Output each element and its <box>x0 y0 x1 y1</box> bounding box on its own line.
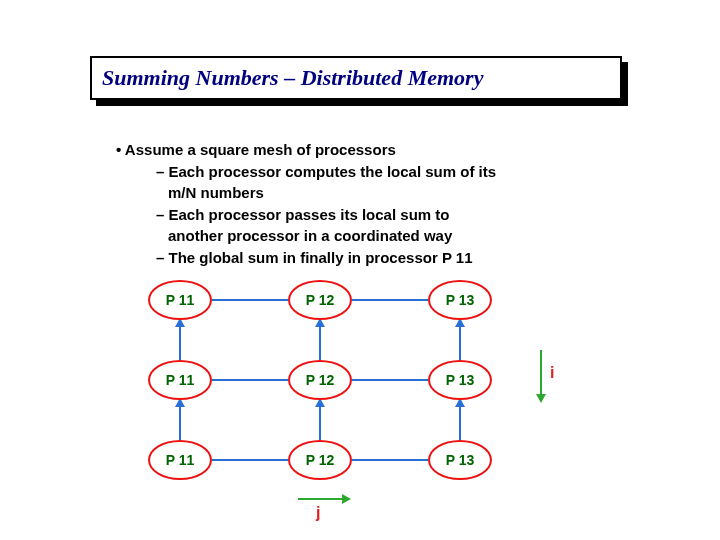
mesh-node: P 11 <box>148 360 212 400</box>
mesh-node: P 12 <box>288 360 352 400</box>
slide: Summing Numbers – Distributed Memory • A… <box>0 0 720 540</box>
mesh-edge-h <box>352 299 428 301</box>
mesh-edge-v <box>179 326 181 360</box>
mesh-edge-v <box>459 326 461 360</box>
bullet-level2: – The global sum in finally in processor… <box>156 248 636 268</box>
bullet-level1: • Assume a square mesh of processors <box>116 140 636 160</box>
node-label: P 13 <box>446 372 475 388</box>
bullet-level2-cont: m/N numbers <box>168 183 636 203</box>
mesh-diagram: P 11 P 12 P 13 P 11 P 12 P 13 P 11 P 12 … <box>148 280 588 530</box>
node-label: P 12 <box>306 292 335 308</box>
mesh-edge-v <box>459 406 461 440</box>
axis-i-label: i <box>550 364 554 382</box>
mesh-node: P 13 <box>428 360 492 400</box>
mesh-edge-h <box>212 379 288 381</box>
mesh-edge-v <box>319 326 321 360</box>
node-label: P 11 <box>166 292 195 308</box>
mesh-node: P 11 <box>148 440 212 480</box>
mesh-edge-h <box>352 459 428 461</box>
bullet-level2-cont: another processor in a coordinated way <box>168 226 636 246</box>
node-label: P 13 <box>446 452 475 468</box>
axis-i-line <box>540 350 542 394</box>
mesh-node: P 11 <box>148 280 212 320</box>
mesh-edge-h <box>212 299 288 301</box>
arrow-right-icon <box>342 494 351 504</box>
bullet-level2: – Each processor passes its local sum to <box>156 205 636 225</box>
mesh-edge-h <box>212 459 288 461</box>
bullet-level2: – Each processor computes the local sum … <box>156 162 636 182</box>
node-label: P 12 <box>306 372 335 388</box>
mesh-node: P 13 <box>428 280 492 320</box>
mesh-edge-v <box>319 406 321 440</box>
mesh-edge-v <box>179 406 181 440</box>
node-label: P 11 <box>166 452 195 468</box>
mesh-node: P 13 <box>428 440 492 480</box>
node-label: P 13 <box>446 292 475 308</box>
axis-j-line <box>298 498 342 500</box>
node-label: P 12 <box>306 452 335 468</box>
mesh-edge-h <box>352 379 428 381</box>
arrow-down-icon <box>536 394 546 403</box>
axis-j-label: j <box>316 504 320 522</box>
mesh-node: P 12 <box>288 440 352 480</box>
bullet-text: • Assume a square mesh of processors – E… <box>116 140 636 269</box>
node-label: P 11 <box>166 372 195 388</box>
title-box: Summing Numbers – Distributed Memory <box>90 56 622 100</box>
mesh-node: P 12 <box>288 280 352 320</box>
slide-title: Summing Numbers – Distributed Memory <box>102 65 483 91</box>
